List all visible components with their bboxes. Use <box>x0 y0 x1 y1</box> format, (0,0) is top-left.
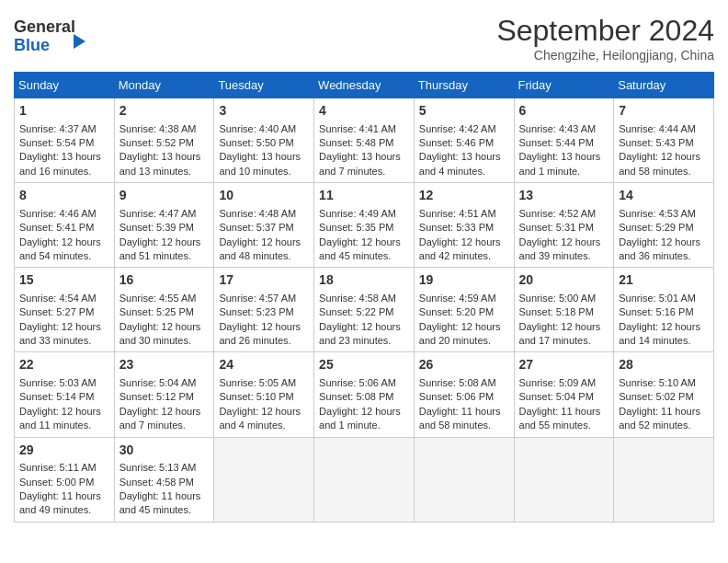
sunrise-text: Sunrise: 4:48 AM <box>219 208 296 219</box>
svg-text:Blue: Blue <box>14 36 50 54</box>
daylight-text: Daylight: 12 hours and 36 minutes. <box>619 236 700 261</box>
sunrise-text: Sunrise: 4:52 AM <box>519 208 597 219</box>
day-number: 9 <box>119 187 210 205</box>
day-header-monday: Monday <box>114 73 214 98</box>
day-number: 17 <box>219 271 309 290</box>
sunrise-text: Sunrise: 5:01 AM <box>619 293 696 304</box>
sunset-text: Sunset: 5:20 PM <box>419 306 494 317</box>
calendar-cell: 1Sunrise: 4:37 AMSunset: 5:54 PMDaylight… <box>15 98 115 183</box>
day-number: 1 <box>19 102 109 121</box>
calendar-cell: 18Sunrise: 4:58 AMSunset: 5:22 PMDayligh… <box>314 268 415 352</box>
daylight-text: Daylight: 12 hours and 23 minutes. <box>319 321 401 346</box>
day-number: 26 <box>419 356 509 374</box>
sunrise-text: Sunrise: 5:08 AM <box>419 377 496 388</box>
daylight-text: Daylight: 12 hours and 7 minutes. <box>119 406 201 431</box>
day-number: 22 <box>19 356 109 374</box>
sunrise-text: Sunrise: 4:57 AM <box>219 293 296 304</box>
days-header-row: SundayMondayTuesdayWednesdayThursdayFrid… <box>15 73 714 98</box>
daylight-text: Daylight: 13 hours and 1 minute. <box>519 151 601 176</box>
sunrise-text: Sunrise: 4:44 AM <box>619 123 696 134</box>
sunset-text: Sunset: 4:58 PM <box>119 477 194 488</box>
sunset-text: Sunset: 5:14 PM <box>19 391 94 402</box>
calendar-cell: 12Sunrise: 4:51 AMSunset: 5:33 PMDayligh… <box>414 183 514 268</box>
sunset-text: Sunset: 5:33 PM <box>419 222 494 233</box>
sunrise-text: Sunrise: 5:09 AM <box>519 377 597 388</box>
subtitle: Chengzihe, Heilongjiang, China <box>496 48 714 63</box>
calendar-cell: 8Sunrise: 4:46 AMSunset: 5:41 PMDaylight… <box>15 183 115 268</box>
day-number: 3 <box>219 102 309 121</box>
day-number: 7 <box>619 102 709 121</box>
daylight-text: Daylight: 12 hours and 58 minutes. <box>619 151 700 176</box>
daylight-text: Daylight: 12 hours and 1 minute. <box>319 406 401 431</box>
sunrise-text: Sunrise: 4:51 AM <box>419 208 496 219</box>
sunset-text: Sunset: 5:44 PM <box>519 137 594 148</box>
logo-icon: GeneralBlue <box>14 14 87 55</box>
calendar-cell: 2Sunrise: 4:38 AMSunset: 5:52 PMDaylight… <box>114 98 214 183</box>
calendar-cell: 4Sunrise: 4:41 AMSunset: 5:48 PMDaylight… <box>314 98 415 183</box>
sunrise-text: Sunrise: 5:11 AM <box>19 462 97 473</box>
day-number: 13 <box>519 187 609 205</box>
sunrise-text: Sunrise: 4:59 AM <box>419 293 496 304</box>
day-number: 15 <box>19 271 109 290</box>
daylight-text: Daylight: 11 hours and 45 minutes. <box>119 490 201 515</box>
svg-text:General: General <box>14 17 75 36</box>
sunset-text: Sunset: 5:41 PM <box>19 222 94 233</box>
sunrise-text: Sunrise: 4:54 AM <box>19 293 97 304</box>
sunrise-text: Sunrise: 4:47 AM <box>119 208 197 219</box>
daylight-text: Daylight: 12 hours and 48 minutes. <box>219 236 301 261</box>
day-number: 24 <box>219 356 309 374</box>
day-number: 28 <box>619 356 709 374</box>
calendar-cell: 28Sunrise: 5:10 AMSunset: 5:02 PMDayligh… <box>614 352 714 437</box>
sunrise-text: Sunrise: 4:55 AM <box>119 293 197 304</box>
sunset-text: Sunset: 5:48 PM <box>319 137 393 148</box>
day-header-wednesday: Wednesday <box>314 73 415 98</box>
sunset-text: Sunset: 5:54 PM <box>19 137 94 148</box>
day-number: 14 <box>619 187 709 205</box>
sunrise-text: Sunrise: 5:00 AM <box>519 293 597 304</box>
day-number: 20 <box>519 271 609 290</box>
sunset-text: Sunset: 5:39 PM <box>119 222 194 233</box>
sunset-text: Sunset: 5:02 PM <box>619 391 693 402</box>
calendar-cell: 15Sunrise: 4:54 AMSunset: 5:27 PMDayligh… <box>15 268 115 352</box>
sunset-text: Sunset: 5:46 PM <box>419 137 494 148</box>
calendar-cell: 7Sunrise: 4:44 AMSunset: 5:43 PMDaylight… <box>614 98 714 183</box>
sunset-text: Sunset: 5:12 PM <box>119 391 194 402</box>
header: GeneralBlue September 2024 Chengzihe, He… <box>14 14 714 63</box>
calendar-week-4: 22Sunrise: 5:03 AMSunset: 5:14 PMDayligh… <box>15 352 714 437</box>
calendar-table: SundayMondayTuesdayWednesdayThursdayFrid… <box>14 72 714 523</box>
daylight-text: Daylight: 11 hours and 55 minutes. <box>519 406 601 431</box>
calendar-cell: 16Sunrise: 4:55 AMSunset: 5:25 PMDayligh… <box>114 268 214 352</box>
calendar-week-5: 29Sunrise: 5:11 AMSunset: 5:00 PMDayligh… <box>15 437 714 522</box>
day-number: 5 <box>419 102 509 121</box>
calendar-week-2: 8Sunrise: 4:46 AMSunset: 5:41 PMDaylight… <box>15 183 714 268</box>
day-number: 6 <box>519 102 609 121</box>
calendar-cell: 21Sunrise: 5:01 AMSunset: 5:16 PMDayligh… <box>614 268 714 352</box>
daylight-text: Daylight: 12 hours and 51 minutes. <box>119 236 201 261</box>
daylight-text: Daylight: 13 hours and 13 minutes. <box>119 151 201 176</box>
calendar-cell <box>414 437 514 522</box>
calendar-cell <box>614 437 714 522</box>
sunset-text: Sunset: 5:06 PM <box>419 391 494 402</box>
day-number: 30 <box>119 442 210 460</box>
sunrise-text: Sunrise: 5:03 AM <box>19 377 97 388</box>
sunset-text: Sunset: 5:16 PM <box>619 306 693 317</box>
calendar-cell: 19Sunrise: 4:59 AMSunset: 5:20 PMDayligh… <box>414 268 514 352</box>
day-header-tuesday: Tuesday <box>214 73 314 98</box>
daylight-text: Daylight: 12 hours and 30 minutes. <box>119 321 201 346</box>
day-number: 18 <box>319 271 409 290</box>
sunrise-text: Sunrise: 5:10 AM <box>619 377 696 388</box>
day-header-thursday: Thursday <box>414 73 514 98</box>
day-number: 21 <box>619 271 709 290</box>
sunset-text: Sunset: 5:31 PM <box>519 222 594 233</box>
calendar-cell: 30Sunrise: 5:13 AMSunset: 4:58 PMDayligh… <box>114 437 214 522</box>
day-number: 8 <box>19 187 109 205</box>
sunset-text: Sunset: 5:04 PM <box>519 391 594 402</box>
day-number: 19 <box>419 271 509 290</box>
calendar-cell: 14Sunrise: 4:53 AMSunset: 5:29 PMDayligh… <box>614 183 714 268</box>
sunset-text: Sunset: 5:23 PM <box>219 306 293 317</box>
sunrise-text: Sunrise: 4:46 AM <box>19 208 97 219</box>
calendar-cell: 9Sunrise: 4:47 AMSunset: 5:39 PMDaylight… <box>114 183 214 268</box>
sunset-text: Sunset: 5:29 PM <box>619 222 693 233</box>
daylight-text: Daylight: 12 hours and 54 minutes. <box>19 236 101 261</box>
calendar-cell: 20Sunrise: 5:00 AMSunset: 5:18 PMDayligh… <box>514 268 614 352</box>
